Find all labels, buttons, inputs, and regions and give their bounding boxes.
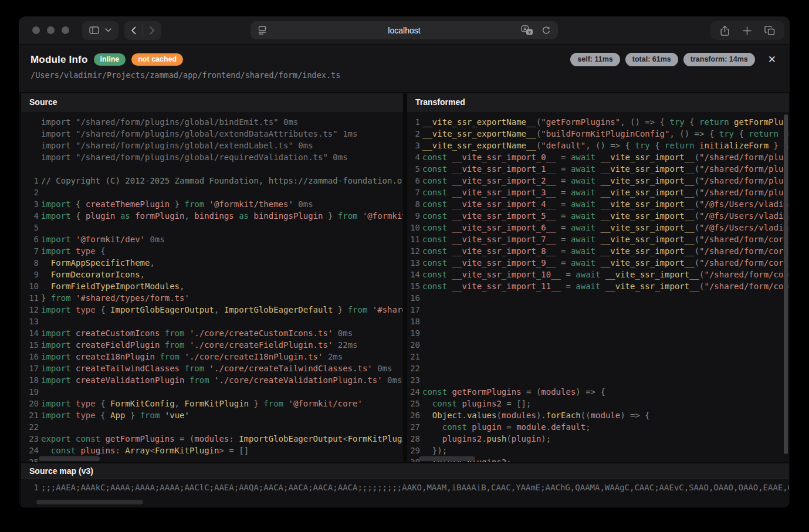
code-line: 7const __vite_ssr_import_3__ = await __v… [407, 187, 789, 198]
close-window-button[interactable] [32, 26, 40, 34]
code-line: 16import createI18nPlugin from './core/c… [21, 351, 403, 362]
code-line: import "/shared/form/plugins/global/requ… [21, 151, 403, 163]
forward-icon[interactable] [148, 26, 155, 35]
page-title: Module Info [31, 54, 88, 66]
code-line: 12import type { ImportGlobEagerOutput, I… [21, 304, 403, 316]
code-line: 5const __vite_ssr_import_1__ = await __v… [407, 163, 789, 175]
code-line: 10 FormFieldTypeImportModules, [21, 280, 403, 292]
code-line: 6const __vite_ssr_import_2__ = await __v… [407, 175, 789, 187]
translate-icon[interactable]: A x [521, 25, 533, 35]
browser-window: localhost A x [19, 16, 790, 508]
transformed-panel-title: Transformed [407, 93, 789, 111]
total-time-badge: total: 61ms [625, 53, 678, 66]
code-line: 3__vite_ssr_exportName__("default", () =… [407, 140, 789, 151]
sourcemap-title: Source map (v3) [21, 463, 789, 479]
code-line: import "/shared/form/plugins/global/bind… [21, 116, 403, 128]
code-line: 23export const getFormPlugins = (modules… [21, 433, 403, 445]
code-line: 25 const plugins2 = []; [407, 398, 789, 409]
tab-overview-icon[interactable] [764, 25, 775, 36]
code-line: 8const __vite_ssr_import_4__ = await __v… [407, 198, 789, 210]
code-line: 3import { createThemePlugin } from '@for… [21, 198, 403, 210]
code-line: import "/shared/form/plugins/global/exte… [21, 128, 403, 140]
code-line: 11} from '#shared/types/form.ts' [21, 292, 403, 304]
zoom-window-button[interactable] [62, 26, 69, 34]
code-line: 28 plugins2.push(plugin); [407, 433, 789, 445]
code-line: 4const __vite_ssr_import_0__ = await __v… [407, 151, 789, 163]
code-line: import "/shared/form/plugins/global/exte… [21, 140, 403, 151]
close-icon[interactable]: ✕ [768, 55, 776, 65]
code-panels: Source import "/shared/form/plugins/glob… [19, 92, 790, 463]
code-line: 13const __vite_ssr_import_9__ = await __… [407, 257, 789, 269]
code-line: 9 FormDecoratorIcons, [21, 269, 403, 280]
code-line: 24 const plugins: Array<FormKitPlugin> =… [21, 445, 403, 456]
code-line: 24const getFormPlugins = (modules) => { [407, 386, 789, 398]
transformed-code[interactable]: 1__vite_ssr_exportName__("getFormPlugins… [407, 111, 789, 462]
code-line: 22 [407, 362, 789, 374]
code-line: 21 [407, 351, 789, 362]
chevron-down-icon [105, 28, 111, 32]
code-line: 14import createCustomIcons from './core/… [21, 327, 403, 339]
code-line: 23 [407, 374, 789, 386]
code-line: 1;;;AAEA;AAAkC;AAAA;AAAA;AAAA;AAClC;AAEA… [21, 482, 789, 493]
code-line: 2__vite_ssr_exportName__("buildFormKitPl… [407, 128, 789, 140]
code-line: 4import { plugin as formPlugin, bindings… [21, 210, 403, 222]
transformed-panel: Transformed 1__vite_ssr_exportName__("ge… [407, 93, 789, 462]
address-bar[interactable]: localhost A x [251, 21, 558, 39]
code-line: 18import createValidationPlugin from './… [21, 374, 403, 386]
code-line: 5 [21, 222, 403, 233]
nav-buttons [124, 21, 161, 40]
transform-time-badge: transform: 14ms [683, 53, 755, 66]
code-line: 1__vite_ssr_exportName__("getFormPlugins… [407, 116, 789, 128]
code-line: 13 [21, 316, 403, 327]
source-panel-title: Source [21, 93, 403, 111]
browser-titlebar: localhost A x [19, 16, 790, 45]
reload-icon[interactable] [541, 26, 551, 35]
code-line: 6import '@formkit/dev' 0ms [21, 233, 403, 245]
module-file-path: /Users/vladimir/Projects/zammad/app/fron… [31, 70, 778, 80]
window-action-buttons [710, 21, 784, 40]
self-time-badge: self: 11ms [570, 53, 620, 66]
code-line: 11const __vite_ssr_import_7__ = await __… [407, 233, 789, 245]
code-line: 8 FormAppSpecificTheme, [21, 257, 403, 269]
cache-status-badge: not cached [131, 53, 183, 66]
code-line: 26 Object.values(modules).forEach((modul… [407, 409, 789, 421]
back-icon[interactable] [130, 26, 137, 35]
reader-icon[interactable] [258, 26, 267, 35]
sourcemap-panel: Source map (v3) 1;;;AAEA;AAAkC;AAAA;AAAA… [21, 463, 789, 507]
code-line: 20 [407, 339, 789, 351]
transformed-hscrollbar[interactable] [419, 456, 475, 461]
code-line: 17import createTailwindClasses from './c… [21, 362, 403, 374]
svg-text:A: A [523, 26, 527, 32]
code-line: 20import type { FormKitConfig, FormKitPl… [21, 398, 403, 409]
code-line: 27 const plugin = module.default; [407, 421, 789, 433]
code-line: 19 [21, 386, 403, 398]
share-icon[interactable] [720, 25, 730, 36]
sidebar-toggle-button[interactable] [82, 21, 119, 40]
code-line: 14const __vite_ssr_import_10__ = await _… [407, 269, 789, 280]
code-line: 15const __vite_ssr_import_11__ = await _… [407, 280, 789, 292]
source-code[interactable]: import "/shared/form/plugins/global/bind… [21, 111, 403, 462]
sourcemap-section: Source map (v3) 1;;;AAEA;AAAkC;AAAA;AAAA… [19, 463, 790, 508]
code-line: 17 [407, 304, 789, 316]
minimize-window-button[interactable] [47, 26, 55, 34]
code-line: 22 [21, 421, 403, 433]
code-line: 7import type { [21, 245, 403, 257]
nav-divider [143, 25, 143, 36]
code-line: 12const __vite_ssr_import_8__ = await __… [407, 245, 789, 257]
sidebar-icon [89, 26, 99, 34]
inline-badge: inline [94, 53, 126, 66]
sourcemap-hscrollbar[interactable] [36, 500, 143, 504]
code-line [21, 163, 403, 175]
code-line: 29 }); [407, 445, 789, 456]
code-line: 19 [407, 327, 789, 339]
new-tab-icon[interactable] [743, 26, 752, 35]
source-hscrollbar[interactable] [39, 456, 100, 461]
code-line: 21import type { App } from 'vue' [21, 409, 403, 421]
source-panel: Source import "/shared/form/plugins/glob… [21, 93, 403, 462]
code-line: 18 [407, 316, 789, 327]
sourcemap-code[interactable]: 1;;;AAEA;AAAkC;AAAA;AAAA;AAAA;AAClC;AAEA… [21, 479, 789, 493]
code-line: 1// Copyright (C) 2012-2025 Zammad Found… [21, 175, 403, 187]
code-line: 16 [407, 292, 789, 304]
code-line: 10const __vite_ssr_import_6__ = await __… [407, 222, 789, 233]
transformed-vscrollbar[interactable] [784, 114, 788, 454]
